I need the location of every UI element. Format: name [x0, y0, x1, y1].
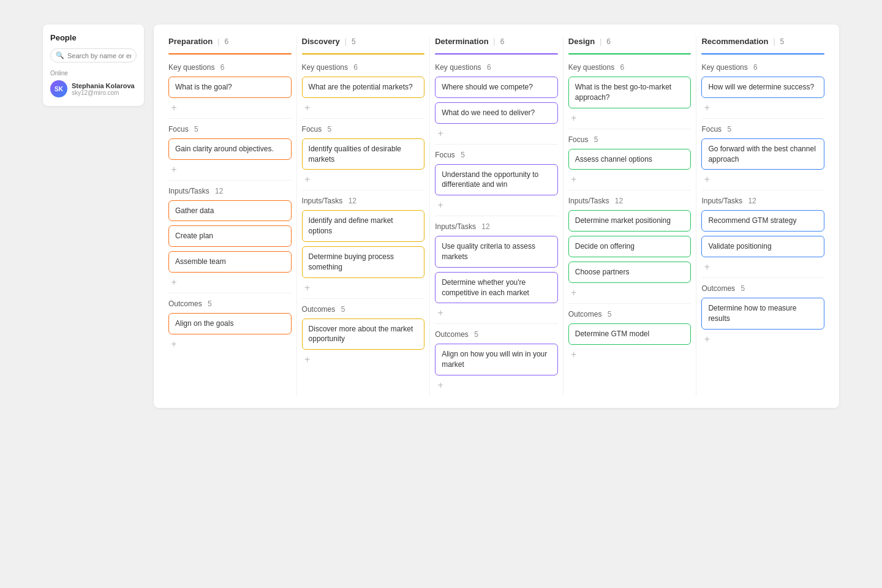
column-title-determination: Determination — [435, 37, 488, 46]
card-recommendation-0-0[interactable]: How will we determine success? — [701, 77, 824, 98]
card-determination-1-0[interactable]: Understand the opportunity to differenti… — [435, 164, 558, 196]
section-label-preparation-0: Key questions 6 — [168, 63, 292, 72]
section-label-discovery-3: Outcomes 5 — [302, 305, 425, 314]
card-discovery-2-0[interactable]: Identify and define market options — [302, 210, 425, 242]
columns-wrapper: Preparation|6Key questions 6What is the … — [164, 37, 829, 396]
column-header-design: Design|6 — [568, 37, 692, 50]
online-label: Online — [50, 70, 137, 77]
add-card-btn-preparation-1[interactable]: + — [168, 164, 179, 175]
add-card-btn-determination-3[interactable]: + — [435, 380, 446, 391]
card-discovery-3-0[interactable]: Discover more about the market opportuni… — [302, 318, 425, 350]
column-determination: Determination|6Key questions 6Where shou… — [430, 37, 564, 396]
column-divider-recommendation — [701, 53, 824, 55]
column-divider-determination — [435, 53, 558, 55]
card-design-2-2[interactable]: Choose partners — [568, 262, 692, 283]
add-card-btn-recommendation-1[interactable]: + — [701, 174, 712, 185]
sidebar: People 🔍 Online SK Stephania Kolarova sk… — [43, 24, 144, 106]
column-count-discovery: 5 — [352, 37, 356, 46]
card-determination-0-1[interactable]: What do we need to deliver? — [435, 102, 558, 124]
section-label-preparation-1: Focus 5 — [168, 125, 292, 134]
user-name: Stephania Kolarova — [72, 82, 135, 89]
add-card-btn-determination-1[interactable]: + — [435, 200, 446, 211]
section-label-recommendation-2: Inputs/Tasks 12 — [701, 197, 824, 205]
add-card-btn-discovery-0[interactable]: + — [302, 102, 313, 113]
card-design-2-0[interactable]: Determine market positioning — [568, 210, 692, 232]
column-title-recommendation: Recommendation — [701, 37, 768, 46]
card-recommendation-2-0[interactable]: Recommend GTM strategy — [701, 210, 824, 232]
section-label-preparation-2: Inputs/Tasks 12 — [168, 187, 292, 195]
card-preparation-2-1[interactable]: Create plan — [168, 225, 292, 247]
card-determination-0-0[interactable]: Where should we compete? — [435, 77, 558, 98]
add-card-btn-design-1[interactable]: + — [568, 174, 579, 185]
add-card-btn-discovery-2[interactable]: + — [302, 282, 313, 293]
add-card-btn-recommendation-2[interactable]: + — [701, 262, 712, 273]
section-label-determination-3: Outcomes 5 — [435, 330, 558, 339]
column-preparation: Preparation|6Key questions 6What is the … — [164, 37, 297, 396]
card-recommendation-3-0[interactable]: Determine how to measure results — [701, 298, 824, 330]
section-label-design-0: Key questions 6 — [568, 63, 692, 72]
column-header-recommendation: Recommendation|5 — [701, 37, 824, 50]
section-label-determination-2: Inputs/Tasks 12 — [435, 222, 558, 231]
column-discovery: Discovery|5Key questions 6What are the p… — [297, 37, 431, 396]
column-header-determination: Determination|6 — [435, 37, 558, 50]
column-title-preparation: Preparation — [168, 37, 213, 46]
section-label-determination-0: Key questions 6 — [435, 63, 558, 72]
column-design: Design|6Key questions 6What is the best … — [564, 37, 697, 396]
card-discovery-0-0[interactable]: What are the potential markets? — [302, 77, 425, 98]
section-label-recommendation-0: Key questions 6 — [701, 63, 824, 72]
section-label-recommendation-1: Focus 5 — [701, 125, 824, 134]
add-card-btn-discovery-3[interactable]: + — [302, 354, 313, 365]
card-recommendation-1-0[interactable]: Go forward with the best channel approac… — [701, 138, 824, 170]
card-design-0-0[interactable]: What is the best go-to-market approach? — [568, 77, 692, 108]
search-icon: 🔍 — [56, 51, 64, 59]
user-email: sky12@miro.com — [72, 89, 135, 96]
section-label-preparation-3: Outcomes 5 — [168, 300, 292, 308]
column-divider-design — [568, 53, 692, 55]
section-label-design-3: Outcomes 5 — [568, 310, 692, 318]
user-row: SK Stephania Kolarova sky12@miro.com — [50, 80, 137, 97]
add-card-btn-preparation-3[interactable]: + — [168, 339, 179, 350]
card-determination-3-0[interactable]: Align on how you will win in your market — [435, 344, 558, 375]
section-label-design-1: Focus 5 — [568, 135, 692, 144]
add-card-btn-recommendation-0[interactable]: + — [701, 102, 712, 113]
section-label-discovery-0: Key questions 6 — [302, 63, 425, 72]
section-label-design-2: Inputs/Tasks 12 — [568, 197, 692, 205]
column-count-determination: 6 — [500, 37, 505, 46]
add-card-btn-determination-0[interactable]: + — [435, 128, 446, 139]
card-design-3-0[interactable]: Determine GTM model — [568, 323, 692, 345]
add-card-btn-recommendation-3[interactable]: + — [701, 334, 712, 345]
add-card-btn-design-0[interactable]: + — [568, 113, 579, 124]
card-preparation-0-0[interactable]: What is the goal? — [168, 77, 292, 98]
section-label-discovery-1: Focus 5 — [302, 125, 425, 134]
app-container: People 🔍 Online SK Stephania Kolarova sk… — [43, 24, 839, 408]
column-title-discovery: Discovery — [302, 37, 340, 46]
column-title-design: Design — [568, 37, 595, 46]
avatar: SK — [50, 80, 67, 97]
column-header-preparation: Preparation|6 — [168, 37, 292, 50]
card-design-2-1[interactable]: Decide on offering — [568, 236, 692, 257]
card-determination-2-0[interactable]: Use quality criteria to assess markets — [435, 236, 558, 268]
card-discovery-2-1[interactable]: Determine buying process something — [302, 246, 425, 278]
card-preparation-2-2[interactable]: Assemble team — [168, 251, 292, 273]
add-card-btn-design-2[interactable]: + — [568, 287, 579, 298]
card-preparation-1-0[interactable]: Gain clarity around objectives. — [168, 138, 292, 160]
card-preparation-2-0[interactable]: Gather data — [168, 200, 292, 222]
card-determination-2-1[interactable]: Determine whether you're competitive in … — [435, 272, 558, 304]
card-recommendation-2-1[interactable]: Validate positioning — [701, 236, 824, 257]
section-label-recommendation-3: Outcomes 5 — [701, 284, 824, 293]
add-card-btn-design-3[interactable]: + — [568, 349, 579, 360]
card-preparation-3-0[interactable]: Align on the goals — [168, 313, 292, 334]
column-count-design: 6 — [606, 37, 611, 46]
search-box: 🔍 — [50, 48, 137, 62]
user-info: Stephania Kolarova sky12@miro.com — [72, 82, 135, 96]
card-discovery-1-0[interactable]: Identify qualities of desirable markets — [302, 138, 425, 170]
search-input[interactable] — [67, 52, 131, 59]
column-count-recommendation: 5 — [780, 37, 785, 46]
column-divider-discovery — [302, 53, 425, 55]
add-card-btn-determination-2[interactable]: + — [435, 307, 446, 318]
board: Preparation|6Key questions 6What is the … — [154, 24, 839, 408]
card-design-1-0[interactable]: Assess channel options — [568, 149, 692, 170]
add-card-btn-preparation-0[interactable]: + — [168, 102, 179, 113]
add-card-btn-preparation-2[interactable]: + — [168, 277, 179, 288]
add-card-btn-discovery-1[interactable]: + — [302, 174, 313, 185]
